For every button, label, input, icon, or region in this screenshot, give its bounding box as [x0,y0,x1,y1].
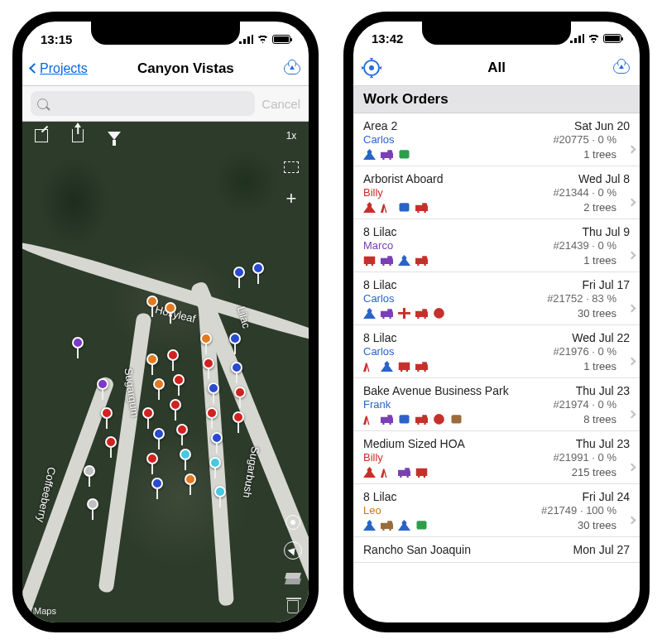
equip-icon [363,414,376,425]
map-pin[interactable] [231,362,242,373]
order-meta: #21344 · 0 % [553,186,630,199]
signal-icon [570,34,584,43]
map-pin[interactable] [167,349,179,361]
map-pin[interactable] [105,436,117,448]
map-pin[interactable] [87,498,98,510]
battery-icon [603,34,621,43]
map-pin[interactable] [252,262,264,274]
work-order-list[interactable]: Area 2Sat Jun 20Carlos#20775 · 0 %1 tree… [353,113,640,622]
map-pin[interactable] [209,457,221,469]
equip-icon [381,308,393,319]
filter-icon[interactable] [105,127,123,145]
map-pin[interactable] [208,382,219,394]
trash-icon[interactable] [284,598,302,616]
work-order-row[interactable]: 8 LilacThu Jul 9Marco#21439 · 0 %1 trees [353,219,640,272]
pin-toggle-icon[interactable] [284,513,302,531]
clock: 13:15 [41,32,72,46]
order-meta: #21749 · 100 % [541,504,630,517]
map-pin[interactable] [206,407,218,419]
edit-icon[interactable] [32,127,50,145]
equip-icon [398,255,410,266]
map-pin[interactable] [142,407,154,419]
back-button[interactable]: Projects [31,61,88,76]
map-pin[interactable] [200,333,212,344]
equip-icon [398,361,410,372]
equip-icon [381,361,393,372]
equip-icon [415,414,428,425]
map-tools-right: 1x + [282,127,300,208]
cloud-upload-icon[interactable] [613,62,630,74]
signal-icon [239,35,253,44]
search-icon [37,99,48,109]
date: Thu Jul 23 [576,384,630,397]
work-order-row[interactable]: Bake Avenue Business ParkThu Jul 23Frank… [353,378,640,431]
map-pin[interactable] [233,267,245,278]
site-name: 8 Lilac [363,278,396,291]
map-pin[interactable] [151,478,163,489]
assignee: Marco [363,239,393,252]
map-pin[interactable] [211,432,223,444]
map-pin[interactable] [165,302,176,314]
equip-icon [433,308,445,319]
map-pin[interactable] [146,353,158,365]
map-pin[interactable] [173,374,185,386]
notch [91,22,240,45]
equip-icon [398,467,410,478]
equip-icon [363,520,376,531]
work-order-row[interactable]: 8 LilacWed Jul 22Carlos#21976 · 0 %1 tre… [353,325,640,378]
map-pin[interactable] [180,449,191,460]
equip-icons [363,520,428,531]
work-order-row[interactable]: Arborist AboardWed Jul 8Billy#21344 · 0 … [353,166,640,219]
cloud-upload-icon[interactable] [284,63,300,74]
map-pin[interactable] [97,378,108,390]
basemap-icon[interactable] [284,570,302,588]
map-pin[interactable] [72,337,84,348]
equip-icon [363,255,376,266]
equip-icon [363,149,376,160]
map-tools-left [32,127,123,145]
map-pin[interactable] [214,486,226,497]
order-meta: #21439 · 0 % [553,239,630,252]
map-pin[interactable] [170,399,181,411]
wifi-icon [257,35,269,44]
map-pin[interactable] [234,387,246,398]
search-input[interactable] [31,91,255,116]
assignee: Billy [363,451,383,464]
equip-icons [363,202,428,213]
equip-icons [363,149,410,160]
map-tools-bottom [284,513,302,616]
page-title: Canyon Vistas [137,60,234,77]
layers-icon[interactable] [282,158,300,176]
map-pin[interactable] [153,428,165,440]
map-pin[interactable] [146,296,158,307]
cancel-button[interactable]: Cancel [261,97,300,111]
map-pin[interactable] [84,465,95,477]
battery-icon [272,35,290,44]
share-icon[interactable] [69,127,87,145]
map-pin[interactable] [185,473,196,485]
work-order-row[interactable]: Area 2Sat Jun 20Carlos#20775 · 0 %1 tree… [353,113,640,166]
map-pin[interactable] [203,358,214,369]
equip-icon [398,414,410,425]
work-order-row[interactable]: 8 LilacFri Jul 24Leo#21749 · 100 %30 tre… [353,484,640,537]
map-view[interactable]: Hollyleaf Lilac Sugargum Sugarbush Coffe… [22,122,309,622]
map-pin[interactable] [233,411,244,423]
map-pin[interactable] [176,424,188,435]
work-order-row[interactable]: Medium Sized HOAThu Jul 23Billy#21991 · … [353,431,640,484]
zoom-label[interactable]: 1x [282,127,300,145]
work-order-row[interactable]: 8 LilacFri Jul 17Carlos#21752 · 83 %30 t… [353,272,640,325]
add-icon[interactable]: + [282,190,300,208]
equip-icon [415,520,428,531]
work-order-row[interactable]: Rancho San JoaquinMon Jul 27 [353,537,640,563]
site-name: Area 2 [363,119,397,132]
site-name: 8 Lilac [363,225,396,238]
map-pin[interactable] [153,378,165,390]
equip-icon [415,361,428,372]
locate-icon[interactable] [284,541,302,560]
gear-icon[interactable] [363,60,380,76]
map-pin[interactable] [101,407,113,419]
nav-bar: Projects Canyon Vistas [22,51,309,86]
equip-icons [363,308,445,319]
map-pin[interactable] [146,453,158,464]
map-pin[interactable] [229,333,241,344]
